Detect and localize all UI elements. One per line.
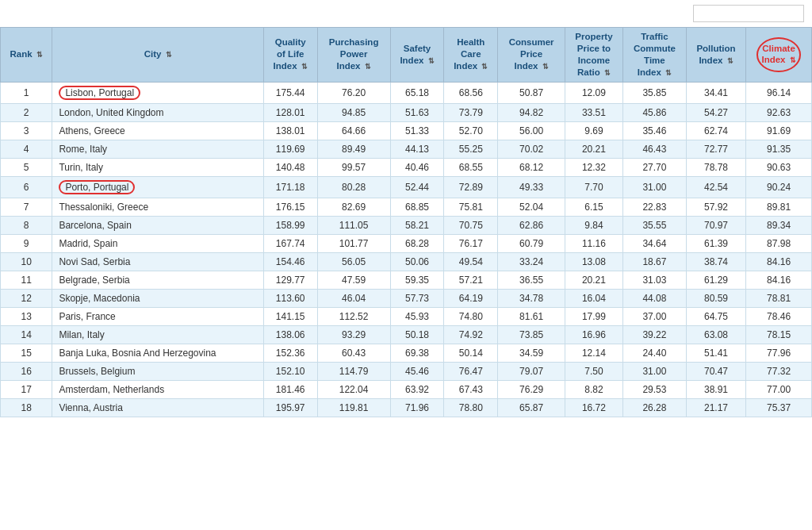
climate-cell: 78.46 (746, 307, 812, 325)
rank-cell: 3 (1, 121, 52, 140)
property_price-cell: 9.84 (565, 216, 623, 234)
traffic-cell: 45.86 (622, 103, 686, 121)
safety-cell: 45.93 (390, 307, 444, 325)
climate-cell: 84.16 (746, 252, 812, 271)
property_price-cell: 12.09 (565, 82, 623, 103)
climate-cell: 89.81 (746, 198, 812, 216)
safety-cell: 68.28 (390, 234, 444, 252)
climate-cell: 90.63 (746, 158, 812, 176)
pollution-cell: 61.39 (686, 234, 745, 252)
rank-cell: 1 (1, 82, 52, 103)
purchasing_power-cell: 112.52 (317, 307, 390, 325)
col-pollution[interactable]: PollutionIndex ⇅ (686, 28, 745, 83)
rank-cell: 13 (1, 307, 52, 325)
property_price-cell: 20.21 (565, 271, 623, 289)
col-city[interactable]: City ⇅ (52, 28, 263, 83)
rank-cell: 17 (1, 380, 52, 398)
health_care-cell: 64.19 (444, 289, 498, 307)
consumer_price-cell: 49.33 (498, 176, 565, 198)
city-cell: London, United Kingdom (52, 103, 263, 121)
consumer_price-cell: 94.82 (498, 103, 565, 121)
climate-cell: 91.35 (746, 140, 812, 158)
city-cell: Madrid, Spain (52, 234, 263, 252)
health_care-cell: 73.79 (444, 103, 498, 121)
property_price-cell: 6.15 (565, 198, 623, 216)
health_care-cell: 50.14 (444, 344, 498, 362)
climate-cell: 78.81 (746, 289, 812, 307)
table-row: 7Thessaloniki, Greece176.1582.6968.8575.… (1, 198, 812, 216)
col-quality-of-life[interactable]: Qualityof LifeIndex ⇅ (263, 28, 317, 83)
rank-cell: 8 (1, 216, 52, 234)
city-cell: Thessaloniki, Greece (52, 198, 263, 216)
safety-cell: 45.46 (390, 362, 444, 380)
health_care-cell: 76.47 (444, 362, 498, 380)
consumer_price-cell: 68.12 (498, 158, 565, 176)
col-health-care[interactable]: HealthCareIndex ⇅ (444, 28, 498, 83)
table-row: 1Lisbon, Portugal175.4476.2065.1868.5650… (1, 82, 812, 103)
pollution-cell: 70.97 (686, 216, 745, 234)
pollution-cell: 21.17 (686, 398, 745, 417)
col-climate[interactable]: ClimateIndex ⇅ (746, 28, 812, 83)
safety-cell: 58.21 (390, 216, 444, 234)
property_price-cell: 7.50 (565, 362, 623, 380)
purchasing_power-cell: 89.49 (317, 140, 390, 158)
rank-cell: 12 (1, 289, 52, 307)
purchasing_power-cell: 114.79 (317, 362, 390, 380)
col-traffic[interactable]: TrafficCommuteTimeIndex ⇅ (622, 28, 686, 83)
safety-cell: 59.35 (390, 271, 444, 289)
col-purchasing-power[interactable]: PurchasingPowerIndex ⇅ (317, 28, 390, 83)
health_care-cell: 76.17 (444, 234, 498, 252)
pollution-cell: 51.41 (686, 344, 745, 362)
traffic-cell: 44.08 (622, 289, 686, 307)
traffic-cell: 37.00 (622, 307, 686, 325)
table-row: 13Paris, France141.15112.5245.9374.8081.… (1, 307, 812, 325)
table-row: 8Barcelona, Spain158.99111.0558.2170.756… (1, 216, 812, 234)
quality_of_life-cell: 175.44 (263, 82, 317, 103)
safety-cell: 52.44 (390, 176, 444, 198)
property_price-cell: 12.32 (565, 158, 623, 176)
property_price-cell: 8.82 (565, 380, 623, 398)
quality_of_life-cell: 195.97 (263, 398, 317, 417)
pollution-cell: 38.74 (686, 252, 745, 271)
city-cell: Rome, Italy (52, 140, 263, 158)
quality_of_life-cell: 176.15 (263, 198, 317, 216)
rank-cell: 15 (1, 344, 52, 362)
quality_of_life-cell: 171.18 (263, 176, 317, 198)
property_price-cell: 16.04 (565, 289, 623, 307)
climate-cell: 87.98 (746, 234, 812, 252)
purchasing_power-cell: 60.43 (317, 344, 390, 362)
col-consumer-price[interactable]: ConsumerPriceIndex ⇅ (498, 28, 565, 83)
col-rank[interactable]: Rank ⇅ (1, 28, 52, 83)
traffic-cell: 29.53 (622, 380, 686, 398)
search-input[interactable] (693, 5, 804, 22)
safety-cell: 63.92 (390, 380, 444, 398)
pollution-cell: 72.77 (686, 140, 745, 158)
rank-cell: 9 (1, 234, 52, 252)
purchasing_power-cell: 94.85 (317, 103, 390, 121)
city-cell: Barcelona, Spain (52, 216, 263, 234)
city-cell: Milan, Italy (52, 325, 263, 344)
table-row: 16Brussels, Belgium152.10114.7945.4676.4… (1, 362, 812, 380)
quality_of_life-cell: 167.74 (263, 234, 317, 252)
rank-cell: 16 (1, 362, 52, 380)
col-safety[interactable]: SafetyIndex ⇅ (390, 28, 444, 83)
col-property-price[interactable]: PropertyPrice toIncomeRatio ⇅ (565, 28, 623, 83)
climate-cell: 77.96 (746, 344, 812, 362)
table-row: 3Athens, Greece138.0164.6651.3352.7056.0… (1, 121, 812, 140)
health_care-cell: 52.70 (444, 121, 498, 140)
table-row: 17Amsterdam, Netherlands181.46122.0463.9… (1, 380, 812, 398)
purchasing_power-cell: 99.57 (317, 158, 390, 176)
safety-cell: 40.46 (390, 158, 444, 176)
traffic-cell: 35.55 (622, 216, 686, 234)
table-row: 18Vienna, Austria195.97119.8171.9678.806… (1, 398, 812, 417)
consumer_price-cell: 34.59 (498, 344, 565, 362)
purchasing_power-cell: 76.20 (317, 82, 390, 103)
traffic-cell: 35.85 (622, 82, 686, 103)
quality_of_life-cell: 181.46 (263, 380, 317, 398)
pollution-cell: 70.47 (686, 362, 745, 380)
safety-cell: 65.18 (390, 82, 444, 103)
table-row: 11Belgrade, Serbia129.7747.5959.3557.213… (1, 271, 812, 289)
table-row: 5Turin, Italy140.4899.5740.4668.5568.121… (1, 158, 812, 176)
quality_of_life-cell: 158.99 (263, 216, 317, 234)
consumer_price-cell: 65.87 (498, 398, 565, 417)
